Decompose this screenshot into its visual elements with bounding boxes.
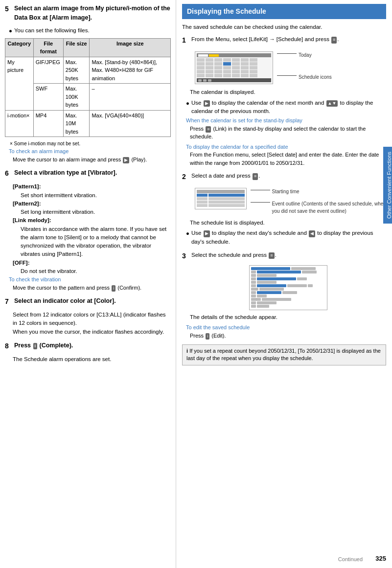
cal-row-1 <box>197 58 271 62</box>
cal-row-3 <box>197 66 271 69</box>
date-label: To display the calendar for a specified … <box>186 143 386 151</box>
prev-day-button: ◀ <box>309 230 315 237</box>
step-2-title-text: Select a date and press <box>191 173 251 179</box>
sched-list-row-2 <box>197 201 245 204</box>
cal-cell <box>206 66 213 69</box>
sd-row-5 <box>251 284 325 287</box>
schedule-icons-text: Schedule icons <box>299 73 332 81</box>
off-body: Do not set the vibrator. <box>21 267 171 275</box>
calendar-icon-bar <box>197 78 271 82</box>
step-1-bullet: ● Use ▶ to display the calendar of the n… <box>186 99 386 116</box>
page-number: 325 <box>375 554 386 564</box>
left-column: 5 Select an alarm image from My picture/… <box>0 0 176 568</box>
sched-header-bar <box>197 190 245 193</box>
cal-cell <box>241 58 249 62</box>
cal-cell <box>241 74 249 77</box>
edit-button-icon: i <box>206 333 209 340</box>
table-cell-category-imotion: i-motion× <box>5 110 34 137</box>
sd-row-3 <box>251 277 325 280</box>
sd-row-7 <box>251 291 325 294</box>
table-cell-size-100k: Max. 100K bytes <box>63 84 90 111</box>
step-6-block: 6 Select a vibration type at [Vibrator].… <box>5 168 171 292</box>
cal-cell <box>197 70 205 73</box>
table-cell-format-swf: SWF <box>33 84 63 111</box>
calendar-displayed-text: The calendar is displayed. <box>190 88 386 96</box>
sched-content <box>208 197 245 200</box>
cal-cell <box>250 58 257 62</box>
imotion-note: × Some i-motion may not be set. <box>10 140 171 147</box>
schedule-details-container <box>190 265 386 310</box>
check-alarm-body: Move the cursor to an alarm image and pr… <box>13 156 171 164</box>
list-displayed-text: The schedule list is displayed. <box>190 219 386 227</box>
step-3-number: 3 <box>182 251 189 261</box>
calendar-nav-note: Use ▶ to display the calendar of the nex… <box>191 99 386 116</box>
table-row: i-motion× MP4 Max. 10M bytes Max. [VGA(6… <box>5 110 171 137</box>
sd-row-2 <box>251 274 325 277</box>
event-outline-annotation: Event outline (Contents of the saved sch… <box>251 200 387 215</box>
sd-row-4 <box>251 281 325 284</box>
section-title: Displaying the Schedule <box>187 7 266 15</box>
sched-content <box>208 204 245 207</box>
alarm-image-table: Category File format File size Image siz… <box>5 38 171 137</box>
check-vib-body: Move the cursor to the pattern and press… <box>13 284 171 292</box>
sd-row-9 <box>251 298 325 301</box>
sched-list-row-highlight <box>197 194 245 197</box>
table-header-format: File format <box>33 38 63 57</box>
step-6-number: 6 <box>5 168 12 179</box>
step-5-title: Select an alarm image from My picture/i-… <box>14 5 170 21</box>
cal-icon-dot <box>198 79 202 82</box>
play-button-icon: ▶ <box>123 157 129 164</box>
cal-cell <box>197 62 205 66</box>
next-day-button: ▶ <box>204 230 210 237</box>
cal-cell <box>250 62 257 66</box>
pattern2-label: [Pattern2]: <box>13 201 41 206</box>
cal-cell <box>241 66 249 69</box>
cal-cell <box>241 62 249 66</box>
check-alarm-label: To check an alarm image <box>9 147 171 156</box>
cal-cell <box>223 74 231 77</box>
cal-cell <box>206 58 213 62</box>
pattern1-body: Set short intermittent vibration. <box>21 191 171 200</box>
schedule-list-container: Starting time Event outline (Contents of… <box>190 186 386 217</box>
pattern1-label: [Pattern1]: <box>13 183 41 189</box>
cal-cell <box>214 66 222 69</box>
cal-icon-dot <box>208 79 211 82</box>
step-1-title: From the Menu, select [LifeKit] → [Sched… <box>191 36 339 42</box>
sd-icon <box>251 271 256 273</box>
today-annotation-text: Today <box>299 51 312 59</box>
sd-row-6 <box>251 288 325 291</box>
calendar-top-dot <box>198 54 208 57</box>
step-6-title: Select a vibration type at [Vibrator]. <box>14 169 117 176</box>
annotation-line <box>251 202 270 203</box>
step-8-block: 8 Press i (Complete). The Schedule alarm… <box>5 341 171 364</box>
sd-row-8 <box>251 295 325 297</box>
sched-list-row-3 <box>197 204 245 207</box>
cal-cell <box>232 66 240 69</box>
schedule-detail-screen <box>249 265 327 310</box>
side-tab: Other Convenient Functions <box>383 147 392 224</box>
step-8-body: The Schedule alarm operations are set. <box>13 355 171 364</box>
sd-row-11 <box>251 305 325 308</box>
cal-cell <box>250 70 257 73</box>
intro-text: The saved schedule can be checked using … <box>182 23 386 31</box>
next-month-button: ▶ <box>204 100 210 107</box>
cal-cell <box>232 70 240 73</box>
table-row: My picture GIF/JPEG Max. 250K bytes Max.… <box>5 57 171 84</box>
step-7-number: 7 <box>5 296 12 307</box>
cal-cell <box>232 58 240 62</box>
side-tab-text: Other Convenient Functions <box>386 152 392 219</box>
pattern2-body: Set long intermittent vibration. <box>21 208 171 216</box>
sched-time <box>197 204 208 207</box>
table-header-size: File size <box>63 38 90 57</box>
sd-header-blue <box>251 267 290 270</box>
edit-body: Press i (Edit). <box>190 332 386 340</box>
step-7-title: Select an indicator color at [Color]. <box>14 297 116 304</box>
check-vib-label: To check the vibration <box>9 275 171 284</box>
sched-time <box>197 197 208 200</box>
calendar-mockup-container: Today Schedule icons <box>190 49 386 86</box>
sd-content-gray <box>302 271 317 273</box>
step-5-block: 5 Select an alarm image from My picture/… <box>5 4 171 163</box>
step-7-body2: When you move the cursor, the indicator … <box>13 328 171 336</box>
off-label: [OFF]: <box>13 260 29 266</box>
step-7-body1: Select from 12 indicator colors or [C13:… <box>13 311 171 328</box>
